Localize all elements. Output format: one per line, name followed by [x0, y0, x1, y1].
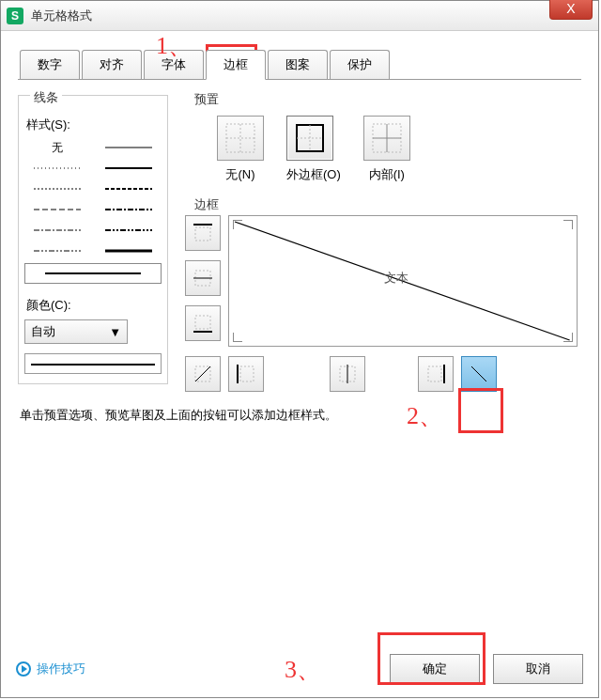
border-top-button[interactable] — [185, 215, 221, 251]
preset-row: 无(N) 外边框(O) 内部(I) — [185, 116, 581, 183]
tab-font[interactable]: 字体 — [144, 50, 204, 79]
chevron-down-icon: ▼ — [109, 325, 121, 339]
preset-outline-button[interactable] — [286, 116, 333, 161]
style-opt[interactable] — [96, 201, 162, 218]
play-circle-icon — [16, 661, 31, 677]
help-link[interactable]: 操作技巧 — [16, 661, 85, 677]
svg-rect-31 — [240, 366, 254, 381]
tab-protect[interactable]: 保护 — [330, 50, 390, 79]
svg-line-36 — [471, 366, 486, 381]
preset-inside-label: 内部(I) — [363, 166, 410, 183]
content-area: 线条 样式(S): 无 颜色(C): — [1, 80, 598, 392]
style-label: 样式(S): — [26, 117, 162, 133]
preview-text: 文本 — [384, 270, 408, 287]
style-opt[interactable] — [24, 222, 90, 239]
line-section: 线条 样式(S): 无 颜色(C): — [18, 89, 168, 392]
close-button[interactable]: X — [549, 0, 593, 20]
svg-line-29 — [195, 366, 210, 381]
tab-align[interactable]: 对齐 — [82, 50, 142, 79]
bottom-border-buttons — [185, 356, 581, 392]
border-bottom-button[interactable] — [185, 305, 221, 341]
color-value: 自动 — [31, 323, 55, 340]
color-label: 颜色(C): — [26, 297, 162, 314]
preset-none-label: 无(N) — [217, 166, 264, 183]
border-legend: 边框 — [191, 194, 223, 215]
style-opt[interactable] — [24, 160, 90, 177]
preset-none-button[interactable] — [217, 116, 264, 161]
border-diag-up-button[interactable] — [185, 356, 221, 392]
left-border-buttons — [185, 215, 221, 347]
style-opt[interactable] — [24, 180, 90, 197]
tab-number[interactable]: 数字 — [20, 50, 80, 79]
right-column: 预置 无(N) 外边框(O) — [185, 89, 581, 392]
style-opt[interactable] — [96, 160, 162, 177]
line-preview — [24, 353, 162, 374]
style-opt[interactable] — [96, 222, 162, 239]
svg-rect-25 — [195, 316, 210, 329]
help-label: 操作技巧 — [37, 661, 85, 677]
svg-rect-22 — [195, 227, 210, 241]
window-title: 单元格格式 — [31, 8, 92, 24]
border-left-button[interactable] — [228, 356, 264, 392]
titlebar: S 单元格格式 X — [1, 1, 598, 31]
app-icon: S — [7, 8, 23, 24]
footer: 操作技巧 确定 取消 — [1, 654, 598, 684]
color-select[interactable]: 自动 ▼ — [24, 319, 128, 344]
style-opt[interactable] — [96, 242, 162, 259]
style-picker[interactable]: 无 — [24, 137, 162, 286]
preset-outline-label: 外边框(O) — [286, 166, 341, 183]
border-diag-down-button[interactable] — [461, 356, 497, 392]
preset-inside-button[interactable] — [363, 116, 410, 161]
border-vmid-button[interactable] — [330, 356, 365, 392]
style-opt[interactable] — [96, 180, 162, 197]
line-legend: 线条 — [30, 87, 62, 108]
style-opt[interactable] — [24, 201, 90, 218]
cancel-button[interactable]: 取消 — [493, 654, 583, 684]
svg-rect-34 — [428, 366, 441, 381]
dialog-window: S 单元格格式 X 数字 对齐 字体 边框 图案 保护 线条 样式(S): 无 — [0, 0, 599, 698]
border-right-button[interactable] — [418, 356, 454, 392]
hint-text: 单击预置选项、预览草图及上面的按钮可以添加边框样式。 — [20, 407, 579, 424]
tab-pattern[interactable]: 图案 — [268, 50, 328, 79]
preset-legend: 预置 — [191, 89, 223, 110]
style-opt-selected[interactable] — [24, 263, 162, 284]
style-opt[interactable] — [24, 242, 90, 259]
border-area: 文本 — [185, 215, 581, 347]
style-opt[interactable] — [96, 139, 162, 156]
tab-strip: 数字 对齐 字体 边框 图案 保护 — [20, 50, 598, 79]
ok-button[interactable]: 确定 — [390, 654, 480, 684]
style-none[interactable]: 无 — [24, 139, 90, 156]
tab-border[interactable]: 边框 — [206, 50, 266, 80]
border-hmid-button[interactable] — [185, 260, 221, 296]
border-preview[interactable]: 文本 — [228, 215, 578, 347]
